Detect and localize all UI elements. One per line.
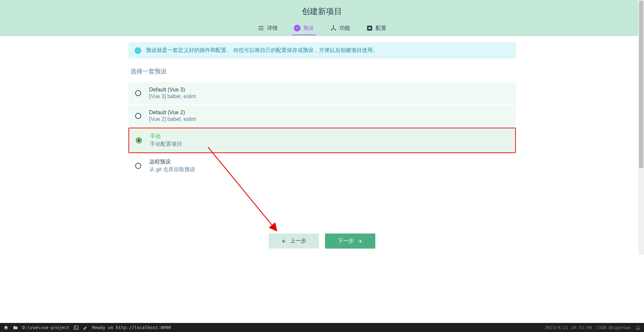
preset-item-remote[interactable]: 远程预设 从 git 仓库拉取预设 (128, 154, 516, 178)
radio-icon (135, 90, 141, 96)
bell-icon[interactable] (635, 325, 641, 330)
page-title: 创建新项目 (302, 0, 342, 23)
prev-button[interactable]: 上一步 (269, 234, 319, 249)
svg-point-0 (333, 25, 334, 26)
tab-features[interactable]: 功能 (330, 25, 350, 35)
preset-desc: [Vue 3] babel, eslint (149, 93, 196, 99)
edit-icon[interactable] (83, 325, 88, 330)
radio-icon (135, 113, 141, 119)
svg-point-1 (331, 29, 332, 30)
settings-icon (366, 25, 373, 31)
tab-config[interactable]: 配置 (366, 25, 386, 35)
svg-rect-6 (74, 326, 78, 329)
header: 创建新项目 详情 预设 功能 配置 (0, 0, 644, 36)
button-label: 下一步 (338, 238, 354, 245)
folder-icon[interactable] (13, 325, 18, 330)
tab-label: 功能 (339, 25, 350, 32)
watermark: CSDN @SugarGao (597, 325, 631, 330)
tab-preset[interactable]: 预设 (294, 25, 314, 35)
next-button[interactable]: 下一步 (325, 234, 375, 249)
footer-buttons: 上一步 下一步 (269, 234, 375, 249)
preset-desc: 从 git 仓库拉取预设 (149, 166, 196, 173)
preset-text: Default (Vue 3) [Vue 3] babel, eslint (149, 87, 196, 99)
svg-point-4 (369, 27, 371, 29)
preset-text: 手动 手动配置项目 (150, 133, 182, 148)
radio-icon (136, 137, 142, 143)
preset-title: 远程预设 (149, 158, 196, 165)
preset-desc: 手动配置项目 (150, 141, 182, 148)
preset-item-vue2[interactable]: Default (Vue 2) [Vue 2] babel, eslint (128, 105, 516, 127)
list-icon (258, 25, 264, 31)
tab-details[interactable]: 详情 (258, 25, 278, 35)
preset-item-manual[interactable]: 手动 手动配置项目 (128, 128, 516, 153)
preset-desc: [Vue 2] babel, eslint (149, 116, 196, 122)
home-icon[interactable] (3, 325, 9, 330)
preset-item-vue3[interactable]: Default (Vue 3) [Vue 3] babel, eslint (128, 82, 516, 104)
tab-label: 详情 (267, 25, 278, 32)
status-datetime: 2023/4/21 20:52:48 (545, 325, 592, 330)
radio-icon (135, 163, 141, 169)
info-banner: 预设就是一套定义好的插件和配置。 你也可以将自己的配置保存成预设，方便以后创建项… (128, 42, 516, 59)
statusbar: D:\vue\vue-project Ready on http://local… (0, 323, 644, 332)
info-text: 预设就是一套定义好的插件和配置。 你也可以将自己的配置保存成预设，方便以后创建项… (146, 47, 378, 54)
content-area: 预设就是一套定义好的插件和配置。 你也可以将自己的配置保存成预设，方便以后创建项… (128, 36, 516, 179)
scrollbar[interactable] (638, 0, 644, 255)
preset-text: 远程预设 从 git 仓库拉取预设 (149, 158, 196, 173)
hub-icon (330, 25, 337, 31)
arrow-right-icon (357, 239, 363, 244)
button-label: 上一步 (290, 238, 306, 245)
status-path[interactable]: D:\vue\vue-project (22, 325, 69, 330)
preset-list: Default (Vue 3) [Vue 3] babel, eslint De… (128, 82, 516, 179)
check-circle-icon (294, 25, 301, 31)
status-ready: Ready on http://localhost:8000 (92, 325, 171, 330)
tab-label: 预设 (303, 25, 314, 32)
svg-point-2 (335, 29, 336, 30)
scrollbar-thumb[interactable] (639, 1, 643, 168)
info-icon (135, 47, 141, 54)
preset-title: Default (Vue 2) (149, 110, 196, 116)
tab-label: 配置 (376, 25, 386, 32)
preset-title: 手动 (150, 133, 182, 140)
preset-title: Default (Vue 3) (149, 87, 196, 93)
tabs: 详情 预设 功能 配置 (258, 23, 386, 36)
preset-text: Default (Vue 2) [Vue 2] babel, eslint (149, 110, 196, 122)
terminal-icon[interactable] (73, 325, 79, 330)
section-title: 选择一套预设 (128, 67, 516, 75)
arrow-left-icon (281, 239, 287, 244)
